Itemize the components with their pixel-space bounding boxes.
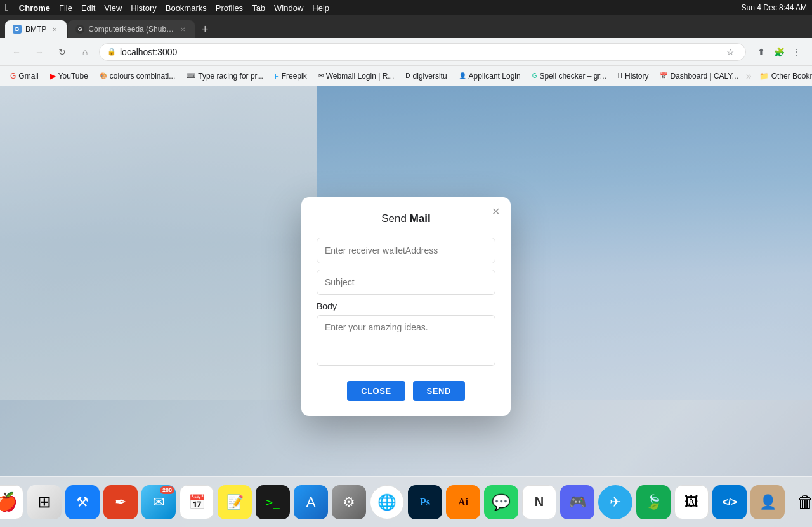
trash-icon: 🗑	[797, 491, 812, 512]
menu-help[interactable]: Help	[312, 3, 329, 13]
dock-telegram[interactable]: ✈	[598, 485, 632, 519]
bookmark-dashboard-favicon: 📅	[660, 72, 667, 79]
calendar-icon: 📅	[188, 494, 206, 511]
dock-notes[interactable]: 📝	[218, 485, 252, 519]
dock-photoshop[interactable]: Ps	[408, 485, 442, 519]
bookmark-applicant-label: Applicant Login	[469, 72, 521, 81]
dock-vectornator[interactable]: ✒	[103, 485, 138, 519]
bookmark-freepik[interactable]: F Freepik	[270, 68, 312, 84]
bookmark-spellchecker[interactable]: G Spell checker – gr...	[527, 68, 612, 84]
bookmark-webmail-favicon: ✉	[318, 72, 324, 79]
dock-photos[interactable]: 👤	[750, 485, 785, 519]
forward-button[interactable]: →	[30, 43, 48, 61]
close-button[interactable]: CLOSE	[347, 381, 405, 401]
terminal-icon: >_	[266, 495, 280, 509]
chrome-window: B BMTP ✕ G ComputerKeeda (Shubham Sh... …	[0, 15, 812, 527]
subject-input[interactable]	[317, 270, 495, 295]
dock-vscode[interactable]: </>	[712, 485, 747, 519]
modal-overlay: ✕ Send Mail Body CLOSE SEND	[0, 86, 812, 527]
dock: 🍎 ⊞ ⚒ ✒ ✉ 288 📅 📝 >_	[0, 476, 812, 527]
bookmark-dashboard[interactable]: 📅 Dashboard | CALY...	[655, 68, 743, 84]
menu-profiles[interactable]: Profiles	[216, 3, 243, 13]
reload-button[interactable]: ↻	[53, 43, 71, 61]
bookmark-colours-label: colours combinati...	[110, 72, 175, 81]
notes-icon: 📝	[226, 494, 244, 511]
menu-chrome[interactable]: Chrome	[19, 3, 50, 13]
dock-terminal[interactable]: >_	[256, 485, 290, 519]
dock-whatsapp[interactable]: 💬	[484, 485, 518, 519]
bookmark-history-favicon: H	[618, 72, 622, 79]
dock-illustrator[interactable]: Ai	[446, 485, 480, 519]
bookmark-youtube-label: YouTube	[58, 72, 88, 81]
dock-finder[interactable]: 🍎	[0, 485, 23, 519]
telegram-icon: ✈	[610, 494, 621, 511]
bookmark-star-icon[interactable]: ☆	[723, 44, 738, 60]
dock-mongodb[interactable]: 🍃	[636, 485, 671, 519]
body-textarea[interactable]	[317, 315, 495, 366]
dock-preview[interactable]: 🖼	[674, 485, 709, 519]
bookmark-gmail-label: Gmail	[18, 72, 38, 81]
menu-view[interactable]: View	[104, 3, 122, 13]
menu-edit[interactable]: Edit	[81, 3, 95, 13]
home-button[interactable]: ⌂	[76, 43, 94, 61]
apple-icon[interactable]: 	[5, 2, 9, 13]
dock-trash[interactable]: 🗑	[789, 485, 812, 519]
address-url: localhost:3000	[120, 47, 719, 57]
bookmark-youtube[interactable]: ▶ YouTube	[45, 68, 93, 84]
tab-computerkeeda-close[interactable]: ✕	[178, 25, 187, 34]
bookmark-other[interactable]: 📁 Other Bookmarks	[754, 68, 812, 84]
bookmark-webmail-label: Webmail Login | R...	[326, 72, 395, 81]
dock-chrome[interactable]: 🌐	[370, 485, 404, 519]
bookmark-history-label: History	[625, 72, 648, 81]
bookmark-applicant-favicon: 👤	[459, 72, 466, 79]
bookmark-gmail-favicon: G	[10, 72, 16, 81]
bookmark-typeracing[interactable]: ⌨ Type racing for pr...	[181, 68, 268, 84]
tab-bmtp[interactable]: B BMTP ✕	[5, 20, 67, 38]
mail-icon: ✉	[153, 494, 164, 511]
bookmark-webmail[interactable]: ✉ Webmail Login | R...	[313, 68, 400, 84]
xcode-icon: ⚒	[76, 494, 89, 511]
dock-systemprefs[interactable]: ⚙	[332, 485, 366, 519]
dock-discord[interactable]: 🎮	[560, 485, 594, 519]
tab-bmtp-close[interactable]: ✕	[50, 25, 59, 34]
address-input-wrap[interactable]: 🔒 localhost:3000 ☆	[99, 43, 746, 61]
bookmark-history[interactable]: H History	[613, 68, 654, 84]
share-icon[interactable]: ⬆	[754, 44, 769, 60]
wallet-address-input[interactable]	[317, 238, 495, 263]
menu-bookmarks[interactable]: Bookmarks	[166, 3, 207, 13]
dock-xcode[interactable]: ⚒	[65, 485, 100, 519]
menu-window[interactable]: Window	[274, 3, 303, 13]
dock-mail[interactable]: ✉ 288	[141, 485, 176, 519]
dock-appstore[interactable]: A	[294, 485, 328, 519]
vscode-icon: </>	[722, 497, 737, 508]
tab-computerkeeda[interactable]: G ComputerKeeda (Shubham Sh... ✕	[68, 20, 195, 38]
extensions-icon[interactable]: 🧩	[771, 44, 787, 60]
menubar:  Chrome File Edit View History Bookmark…	[0, 0, 812, 15]
menu-history[interactable]: History	[131, 3, 156, 13]
body-label: Body	[317, 301, 495, 311]
settings-icon[interactable]: ⋮	[789, 44, 804, 60]
bookmark-colours-favicon: 🎨	[100, 72, 107, 79]
bookmark-colours[interactable]: 🎨 colours combinati...	[95, 68, 180, 84]
dock-notion[interactable]: N	[522, 485, 556, 519]
menu-tab[interactable]: Tab	[252, 3, 265, 13]
bookmark-digiversitu[interactable]: D digiversitu	[400, 68, 452, 84]
modal-close-x[interactable]: ✕	[489, 205, 502, 218]
menu-file[interactable]: File	[59, 3, 72, 13]
back-button[interactable]: ←	[8, 43, 25, 61]
bookmark-other-favicon: 📁	[759, 72, 769, 81]
dock-calendar[interactable]: 📅	[180, 485, 214, 519]
bookmark-other-label: Other Bookmarks	[771, 72, 812, 81]
bookmark-typeracing-label: Type racing for pr...	[198, 72, 263, 81]
dock-launchpad[interactable]: ⊞	[27, 485, 62, 519]
new-tab-button[interactable]: +	[196, 20, 214, 38]
bookmark-typeracing-favicon: ⌨	[187, 72, 195, 79]
tab-bmtp-label: BMTP	[25, 25, 46, 34]
bookmark-applicant[interactable]: 👤 Applicant Login	[454, 68, 526, 84]
photoshop-icon: Ps	[420, 497, 430, 508]
bookmark-digiversitu-label: digiversitu	[413, 72, 447, 81]
send-button[interactable]: SEND	[413, 381, 465, 401]
bookmarks-bar: G Gmail ▶ YouTube 🎨 colours combinati...…	[0, 66, 812, 86]
menubar-time: Sun 4 Dec 8:44 AM	[742, 3, 807, 12]
bookmark-gmail[interactable]: G Gmail	[5, 68, 44, 84]
